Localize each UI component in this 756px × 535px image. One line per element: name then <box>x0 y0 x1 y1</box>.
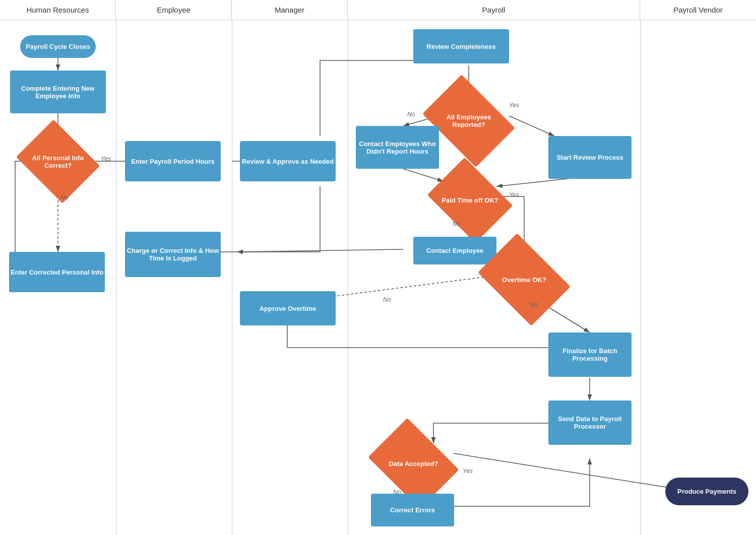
send-data-node: Send Data to Payroll Processor <box>548 400 632 445</box>
review-completeness-node: Review Completeness <box>413 29 509 63</box>
col-header-mgr: Manager <box>232 0 348 20</box>
yes-label-overtime: Yes <box>528 301 538 308</box>
yes-label-paid-time-off: Yes <box>509 191 519 198</box>
contact-employee-node: Contact Employee <box>413 237 496 264</box>
no-label-personal-info: No <box>60 194 68 201</box>
payroll-cycle-node: Payroll Cycle Closes <box>20 35 96 58</box>
col-header-pv: Payroll Vendor <box>640 0 756 20</box>
approve-overtime-node: Approve Overtime <box>240 291 336 325</box>
diagram-container: Human Resources Employee Manager Payroll… <box>0 0 756 535</box>
svg-line-8 <box>509 116 554 136</box>
yes-label-data-accepted: Yes <box>463 467 473 475</box>
yes-label-emp-reported: Yes <box>509 102 519 109</box>
col-line-4 <box>640 20 641 535</box>
col-line-2 <box>232 20 232 535</box>
charge-correct-node: Charge or Correct Info & How Time Is Log… <box>125 232 221 277</box>
all-employees-reported-node: All Employees Reported? <box>431 93 507 149</box>
correct-errors-node: Correct Errors <box>371 494 454 526</box>
no-label-paid-time-off: No <box>453 221 460 228</box>
paid-time-off-node: Paid Time off OK? <box>436 174 504 227</box>
svg-line-15 <box>237 249 403 252</box>
col-line-1 <box>116 20 116 535</box>
col-header-hr: Human Resources <box>0 0 116 20</box>
diagram-area: Payroll Cycle Closes Complete Entering N… <box>0 20 756 535</box>
columns-header: Human Resources Employee Manager Payroll… <box>0 0 756 20</box>
svg-line-20 <box>454 453 675 489</box>
produce-payments-node: Produce Payments <box>665 478 748 505</box>
enter-payroll-hours-node: Enter Payroll Period Hours <box>125 141 221 181</box>
all-personal-info-node: All Personal Info Correct? <box>25 135 91 188</box>
data-accepted-node: Data Accepted? <box>377 436 450 491</box>
start-review-node: Start Review Process <box>548 136 632 179</box>
complete-new-emp-node: Complete Entering New Employee Info <box>10 71 106 113</box>
yes-label-personal-info: Yes <box>101 155 111 162</box>
overtime-ok-node: Overtime OK? <box>486 252 562 307</box>
col-header-emp: Employee <box>116 0 232 20</box>
col-line-3 <box>348 20 348 535</box>
enter-corrected-node: Enter Corrected Personal Info <box>9 252 105 292</box>
no-label-emp-reported: No <box>407 111 415 118</box>
no-label-overtime: No <box>383 296 391 303</box>
review-approve-node: Review & Approve as Needed <box>240 141 336 181</box>
col-header-pay: Payroll <box>348 0 640 20</box>
contact-didnt-report-node: Contact Employees Who Didn't Report Hour… <box>356 126 439 169</box>
finalize-batch-node: Finalize for Batch Processing <box>548 332 632 377</box>
